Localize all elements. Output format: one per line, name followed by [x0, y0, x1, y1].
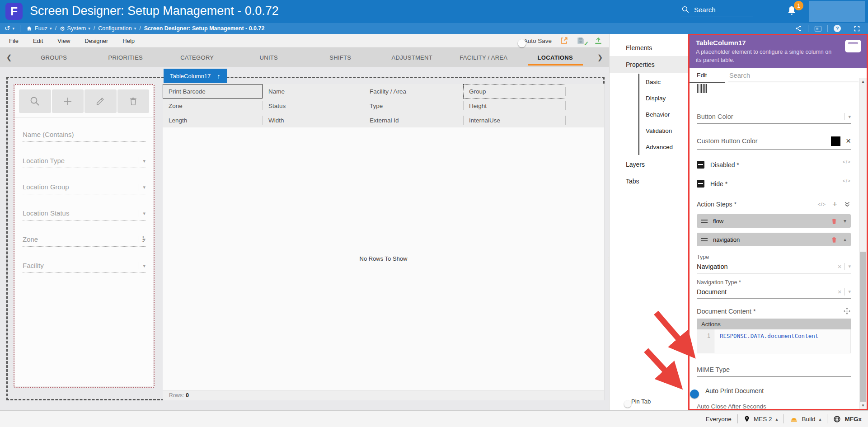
action-step-navigation[interactable]: navigation ▴: [697, 233, 851, 246]
sidebar-item-display[interactable]: Display: [639, 90, 688, 106]
expand-step-icon[interactable]: ▾: [844, 218, 846, 224]
add-step-icon[interactable]: +: [832, 199, 837, 209]
panel-resize-handle[interactable]: •••: [142, 236, 144, 243]
collapse-all-icon[interactable]: [844, 201, 851, 207]
code-expression[interactable]: RESPONSE.DATA.documentContent: [714, 329, 818, 353]
help-icon[interactable]: ?: [832, 25, 842, 32]
delete-step-icon[interactable]: [830, 217, 838, 225]
add-button[interactable]: [52, 89, 84, 113]
tab-category[interactable]: CATEGORY: [161, 48, 233, 67]
open-external-icon[interactable]: [559, 36, 568, 45]
sidebar-item-tabs[interactable]: Tabs: [610, 173, 688, 189]
site-selector[interactable]: MES 2 ▴: [744, 415, 778, 422]
sidebar-item-basic[interactable]: Basic: [639, 74, 688, 90]
breadcrumb-configuration[interactable]: Configuration ▾: [98, 25, 136, 32]
column-header-print-barcode[interactable]: Print Barcode: [163, 84, 263, 99]
drag-handle-icon[interactable]: [701, 220, 708, 223]
scrollbar-thumb[interactable]: [860, 252, 866, 402]
column-header-facility-area[interactable]: Facility / Area: [364, 84, 463, 99]
menu-edit[interactable]: Edit: [26, 38, 50, 44]
sidebar-item-elements[interactable]: Elements: [610, 39, 688, 56]
sidebar-item-properties[interactable]: Properties: [610, 56, 688, 73]
location-group-select[interactable]: Location Group ▾: [23, 183, 145, 194]
facility-select[interactable]: Facility ▾: [23, 262, 145, 273]
chevron-down-icon[interactable]: ▾: [848, 263, 851, 269]
column-header-width[interactable]: Width: [263, 113, 364, 127]
tab-units[interactable]: UNITS: [233, 48, 305, 67]
fuuz-logo[interactable]: F: [5, 3, 23, 20]
breadcrumb-home[interactable]: Fuuz ▾: [26, 25, 52, 32]
global-search[interactable]: [681, 5, 753, 17]
tab-shifts[interactable]: SHIFTS: [305, 48, 376, 67]
type-field[interactable]: Type Navigation ×▾: [697, 254, 851, 273]
chevron-down-icon[interactable]: ▾: [848, 289, 851, 295]
edit-button[interactable]: [84, 89, 117, 113]
search-button[interactable]: [19, 89, 51, 113]
column-header-type[interactable]: Type: [364, 99, 463, 113]
select-parent-icon[interactable]: ↑: [217, 72, 221, 80]
menu-designer[interactable]: Designer: [77, 38, 115, 44]
hide-checkbox[interactable]: [697, 180, 704, 188]
clear-color-icon[interactable]: ×: [846, 136, 851, 146]
sidebar-item-behavior[interactable]: Behavior: [639, 106, 688, 122]
inspector-scrollbar[interactable]: ▲ ▼: [859, 78, 867, 409]
sidebar-item-layers[interactable]: Layers: [610, 156, 688, 173]
sidebar-item-validation[interactable]: Validation: [639, 122, 688, 139]
clear-icon[interactable]: ×: [838, 263, 842, 270]
search-input[interactable]: [694, 6, 744, 14]
publish-icon[interactable]: [594, 36, 603, 45]
scroll-down-icon[interactable]: ▼: [859, 402, 867, 409]
zone-select[interactable]: Zone ▾: [23, 235, 145, 247]
menu-help[interactable]: Help: [115, 38, 142, 44]
column-header-length[interactable]: Length: [163, 113, 263, 127]
collapse-step-icon[interactable]: ▴: [844, 236, 846, 243]
splitter-handle[interactable]: •••: [609, 257, 609, 262]
document-content-editor[interactable]: Actions 1 RESPONSE.DATA.documentContent: [697, 319, 851, 353]
sidebar-item-advanced[interactable]: Advanced: [639, 139, 688, 155]
column-header-name[interactable]: Name: [263, 84, 364, 99]
delete-step-icon[interactable]: [830, 236, 838, 244]
chevron-down-icon[interactable]: ▾: [848, 114, 851, 120]
action-step-flow[interactable]: flow ▾: [697, 214, 851, 228]
drag-handle-icon[interactable]: [701, 238, 708, 241]
column-header-external-id[interactable]: External Id: [364, 113, 463, 127]
name-contains-field[interactable]: Name (Contains): [23, 131, 145, 142]
tab-groups[interactable]: GROUPS: [18, 48, 90, 67]
column-header-internaluse[interactable]: InternalUse: [463, 113, 565, 127]
column-header-height[interactable]: Height: [463, 99, 565, 113]
fullscreen-icon[interactable]: [852, 25, 862, 32]
code-binding-icon[interactable]: </>: [843, 159, 851, 164]
breadcrumb-system[interactable]: ⚙ System ▾: [60, 25, 90, 32]
column-header-status[interactable]: Status: [263, 99, 364, 113]
save-icon[interactable]: ✓: [576, 36, 586, 45]
column-header-zone[interactable]: Zone: [163, 99, 263, 113]
code-binding-icon[interactable]: </>: [818, 202, 826, 207]
menu-view[interactable]: View: [50, 38, 77, 44]
mime-type-field[interactable]: MIME Type: [697, 366, 851, 377]
delete-button[interactable]: [117, 89, 150, 113]
auto-close-field[interactable]: Auto Close After Seconds 1: [697, 403, 851, 409]
history-menu[interactable]: ↺ ▾: [5, 24, 14, 33]
share-icon[interactable]: [793, 25, 803, 32]
tabs-scroll-left-icon[interactable]: ❮: [0, 48, 18, 67]
user-account-area[interactable]: [809, 1, 865, 22]
scroll-up-icon[interactable]: ▲: [859, 78, 867, 85]
location-type-select[interactable]: Location Type ▾: [23, 157, 145, 168]
disabled-checkbox[interactable]: [697, 161, 704, 169]
tab-locations[interactable]: LOCATIONS: [520, 48, 591, 67]
build-selector[interactable]: Build ▴: [790, 416, 821, 422]
move-icon[interactable]: [843, 307, 851, 315]
tab-adjustment[interactable]: ADJUSTMENT: [376, 48, 448, 67]
button-color-field[interactable]: Button Color ▾: [697, 113, 851, 124]
custom-button-color-field[interactable]: Custom Button Color ×: [697, 136, 851, 150]
navigation-type-field[interactable]: Navigation Type * Document ×▾: [697, 279, 851, 299]
location-status-select[interactable]: Location Status ▾: [23, 209, 145, 221]
color-swatch[interactable]: [831, 136, 840, 146]
column-header-group[interactable]: Group: [463, 84, 565, 99]
clear-icon[interactable]: ×: [838, 288, 842, 296]
tab-priorities[interactable]: PRIORITIES: [90, 48, 162, 67]
tab-facility-area[interactable]: FACILITY / AREA: [448, 48, 520, 67]
tabs-scroll-right-icon[interactable]: ❯: [591, 48, 609, 67]
selected-element-tag[interactable]: TableColumn17 ↑: [164, 69, 227, 83]
menu-file[interactable]: File: [0, 38, 26, 44]
